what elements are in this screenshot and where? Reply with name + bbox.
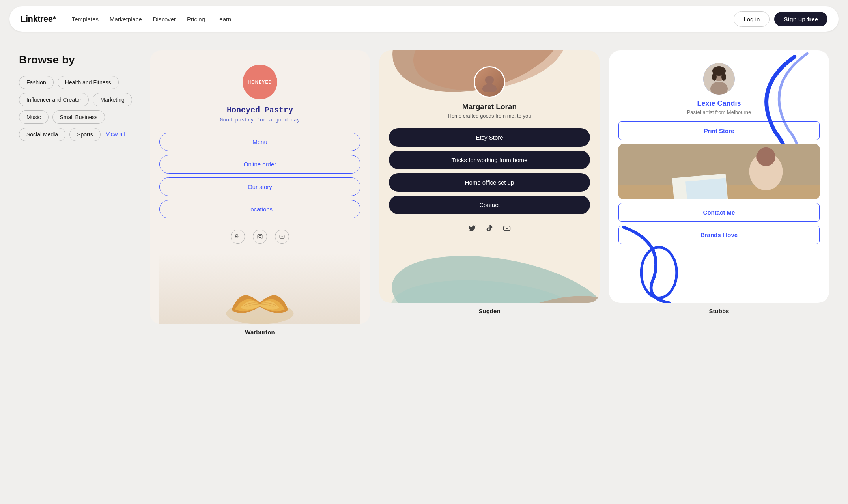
svg-rect-28 [685, 178, 728, 199]
profile-name-stubbs: Lexie Candis [697, 99, 741, 108]
svg-point-20 [712, 73, 717, 81]
card-stubbs-label: Stubbs [709, 308, 729, 314]
paypal-icon[interactable] [231, 230, 245, 244]
stubbs-btn-print[interactable]: Print Store [618, 121, 820, 140]
margaret-avatar-placeholder [475, 67, 504, 97]
tag-music[interactable]: Music [19, 110, 49, 124]
instagram-icon[interactable] [253, 230, 267, 244]
twitter-icon[interactable] [468, 224, 476, 234]
view-all-link[interactable]: View all [105, 128, 127, 141]
card-warburton-label: Warburton [245, 329, 275, 336]
sugden-btn-home-office[interactable]: Home office set up [389, 173, 590, 192]
nav-left: Linktree* Templates Marketplace Discover… [21, 14, 231, 24]
profile-tagline-stubbs: Pastel artist from Melbourne [687, 109, 751, 115]
card-warburton: HONEYED Honeyed Pastry Good pastry for a… [150, 50, 370, 324]
tag-health-fitness[interactable]: Health and Fitness [58, 76, 119, 89]
svg-marker-4 [282, 236, 283, 237]
nav-discover[interactable]: Discover [153, 16, 176, 22]
honeyed-logo: HONEYED [243, 65, 277, 99]
profile-name-sugden: Margaret Loran [462, 103, 517, 111]
card-stubbs-wrapper: Lexie Candis Pastel artist from Melbourn… [609, 50, 829, 336]
stubbs-content: Lexie Candis Pastel artist from Melbourn… [618, 63, 820, 248]
youtube-icon[interactable] [275, 230, 289, 244]
svg-marker-14 [506, 228, 508, 230]
nav-templates[interactable]: Templates [72, 16, 99, 22]
svg-point-11 [485, 76, 494, 84]
avatar-margaret [474, 66, 505, 98]
croissant-illustration [159, 253, 360, 324]
sugden-btn-etsy[interactable]: Etsy Store [389, 128, 590, 147]
stubbs-btn-contact[interactable]: Contact Me [618, 203, 820, 222]
navbar: Linktree* Templates Marketplace Discover… [9, 6, 839, 32]
youtube-icon-2[interactable] [503, 224, 511, 234]
browse-title: Browse by [19, 54, 137, 66]
card-sugden-label: Sugden [479, 308, 501, 314]
card-sugden: Margaret Loran Home crafted goods from m… [379, 50, 600, 303]
cards-area: HONEYED Honeyed Pastry Good pastry for a… [150, 50, 829, 336]
warburton-btn-locations[interactable]: Locations [159, 200, 360, 218]
warburton-social-icons [231, 230, 289, 244]
sugden-inner: Margaret Loran Home crafted goods from m… [379, 50, 600, 303]
signup-button[interactable]: Sign up free [774, 12, 827, 26]
svg-point-2 [261, 235, 261, 235]
warburton-btn-story[interactable]: Our story [159, 177, 360, 196]
warburton-btn-menu[interactable]: Menu [159, 133, 360, 151]
tag-social-media[interactable]: Social Media [19, 128, 65, 141]
profile-tagline-warburton: Good pastry for a good day [220, 117, 300, 123]
profile-tagline-sugden: Home crafted goods from me, to you [448, 113, 531, 119]
card-stubbs: Lexie Candis Pastel artist from Melbourn… [609, 50, 829, 303]
svg-point-1 [259, 235, 261, 238]
svg-point-21 [721, 73, 726, 81]
sidebar: Browse by Fashion Health and Fitness Inf… [19, 50, 137, 141]
avatar-lexie [703, 63, 735, 95]
nav-right: Log in Sign up free [734, 11, 827, 27]
warburton-btn-order[interactable]: Online order [159, 155, 360, 174]
tiktok-icon[interactable] [486, 224, 493, 234]
tag-sports[interactable]: Sports [69, 128, 100, 141]
svg-point-12 [482, 84, 497, 92]
stubbs-btn-brands[interactable]: Brands I love [618, 226, 820, 244]
profile-name-warburton: Honeyed Pastry [227, 106, 293, 115]
svg-rect-0 [258, 234, 262, 239]
nav-marketplace[interactable]: Marketplace [110, 16, 142, 22]
card-warburton-wrapper: HONEYED Honeyed Pastry Good pastry for a… [150, 50, 370, 336]
sugden-social-icons [468, 224, 511, 234]
tag-influencer[interactable]: Influencer and Creator [19, 93, 89, 106]
main-content: Browse by Fashion Health and Fitness Inf… [0, 38, 848, 351]
stubbs-image-btn[interactable] [618, 144, 820, 199]
nav-links: Templates Marketplace Discover Pricing L… [72, 16, 232, 22]
nav-pricing[interactable]: Pricing [187, 16, 205, 22]
nav-learn[interactable]: Learn [216, 16, 231, 22]
svg-point-26 [756, 147, 775, 166]
login-button[interactable]: Log in [734, 11, 770, 27]
logo[interactable]: Linktree* [21, 14, 56, 24]
tag-small-business[interactable]: Small Business [52, 110, 105, 124]
svg-point-15 [641, 247, 677, 298]
tag-fashion[interactable]: Fashion [19, 76, 54, 89]
honeyed-logo-text: HONEYED [248, 80, 272, 84]
card-sugden-wrapper: Margaret Loran Home crafted goods from m… [379, 50, 600, 336]
sugden-btn-tricks[interactable]: Tricks for working from home [389, 151, 590, 169]
tags-container: Fashion Health and Fitness Influencer an… [19, 76, 137, 141]
tag-marketing[interactable]: Marketing [93, 93, 132, 106]
sugden-btn-contact[interactable]: Contact [389, 196, 590, 214]
